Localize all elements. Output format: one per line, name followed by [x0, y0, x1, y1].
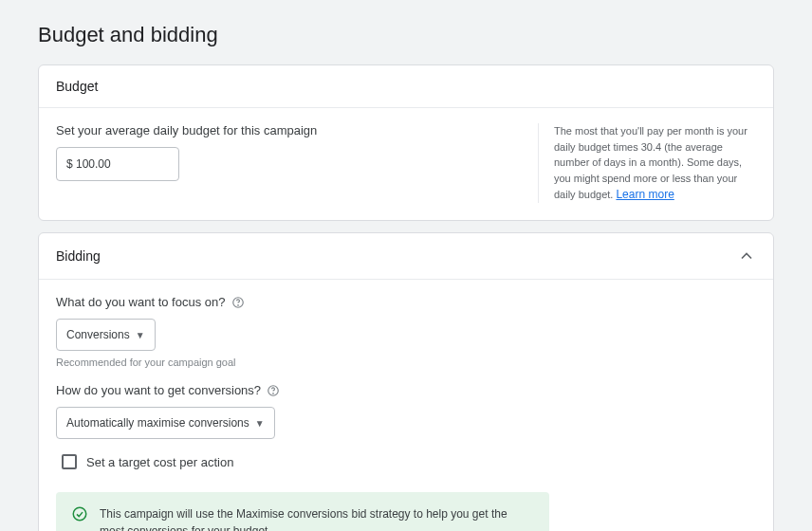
budget-header: Budget	[39, 65, 773, 108]
how-dropdown[interactable]: Automatically maximise conversions ▼	[56, 407, 275, 439]
budget-input[interactable]	[56, 147, 179, 181]
checkbox-label: Set a target cost per action	[86, 455, 233, 469]
svg-point-3	[273, 393, 274, 394]
bidding-header: Bidding	[39, 233, 773, 280]
budget-title: Budget	[56, 79, 98, 94]
check-circle-icon	[71, 505, 88, 522]
bidding-card: Bidding What do you want to focus on? Co…	[38, 232, 774, 531]
svg-point-4	[73, 507, 86, 521]
chevron-down-icon: ▼	[255, 418, 265, 429]
budget-label: Set your average daily budget for this c…	[56, 123, 519, 137]
focus-label: What do you want to focus on?	[56, 295, 756, 309]
how-label: How do you want to get conversions?	[56, 383, 756, 397]
budget-card: Budget Set your average daily budget for…	[38, 64, 774, 221]
chevron-up-icon[interactable]	[737, 247, 756, 266]
learn-more-link[interactable]: Learn more	[616, 186, 674, 203]
svg-point-1	[237, 304, 238, 305]
target-cpa-checkbox[interactable]	[62, 454, 77, 469]
help-icon[interactable]	[267, 384, 280, 397]
bidding-title: Bidding	[56, 248, 101, 264]
focus-dropdown[interactable]: Conversions ▼	[56, 319, 156, 351]
info-box: This campaign will use the Maximise conv…	[56, 492, 549, 531]
help-icon[interactable]	[231, 296, 245, 309]
chevron-down-icon: ▼	[136, 330, 145, 340]
info-text: This campaign will use the Maximise conv…	[100, 505, 534, 531]
page-title: Budget and bidding	[38, 23, 774, 47]
recommended-hint: Recommended for your campaign goal	[56, 357, 756, 368]
